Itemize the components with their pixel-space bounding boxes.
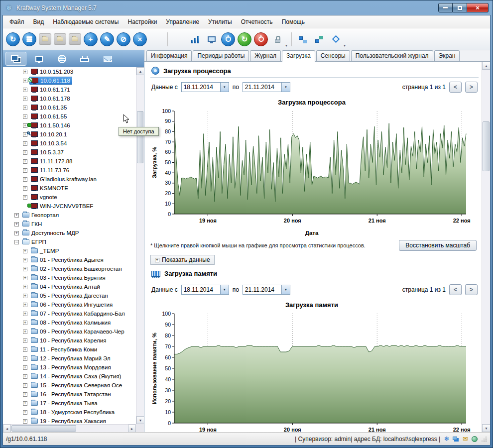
expand-icon[interactable]: +	[23, 258, 27, 262]
chevron-down-icon[interactable]: ▼	[281, 285, 290, 294]
main-scroll-thumb[interactable]	[483, 121, 490, 171]
tree-vertical-scrollbar[interactable]: ▲ ▼	[136, 67, 144, 424]
tree-item[interactable]: +11 - Республика Коми	[3, 345, 136, 354]
expand-icon[interactable]: +	[23, 321, 27, 325]
tree-item-core[interactable]: Доступность МДР	[21, 229, 80, 236]
expand-icon[interactable]: +	[23, 401, 27, 406]
tree-item-core[interactable]: G'ladiolus.kraftway.lan	[29, 176, 98, 183]
tree-item-core[interactable]: 01 - Республика Адыгея	[29, 256, 105, 263]
menu-item[interactable]: Наблюдаемые системы	[48, 16, 123, 27]
tree-item[interactable]: +ГКН	[3, 220, 136, 228]
tree-item-core[interactable]: 10.0.61.171	[29, 86, 72, 93]
tree-item[interactable]: +05 - Республика Дагестан	[3, 291, 136, 300]
tree-item[interactable]: +10.0.61.118	[3, 76, 136, 85]
menu-item[interactable]: Настройки	[123, 16, 162, 27]
monitor-tasks-button[interactable]	[205, 32, 219, 46]
menu-item[interactable]: Файл	[5, 16, 29, 27]
tree-item-core[interactable]: 17 - Республика Тыва	[29, 400, 99, 407]
expand-icon[interactable]: +	[23, 419, 27, 424]
expand-icon[interactable]: +	[14, 222, 19, 226]
tab-7[interactable]: Экран	[434, 50, 460, 61]
tree-hscroll-thumb[interactable]	[11, 425, 76, 432]
tree-item[interactable]: +08 - Республика Калмыкия	[3, 318, 136, 327]
expand-icon[interactable]: +	[23, 186, 27, 191]
menu-item[interactable]: Помощь	[277, 16, 309, 27]
tab-5[interactable]: Сенсоры	[316, 50, 350, 61]
expand-icon[interactable]: +	[23, 106, 27, 110]
next-page-button[interactable]: >	[465, 82, 478, 93]
power-on-button[interactable]	[221, 32, 235, 46]
devices-tab[interactable]	[74, 52, 95, 66]
expand-icon[interactable]: +	[23, 312, 27, 316]
expand-icon[interactable]: +	[23, 338, 27, 343]
tree-item-core[interactable]: 10 - Республика Карелия	[29, 337, 108, 344]
expand-icon[interactable]: +	[23, 374, 27, 379]
tree-item[interactable]: +10.10.3.54	[3, 139, 136, 148]
tree-item[interactable]: +10.0.151.203	[3, 67, 136, 76]
tree-item[interactable]: +10.5.3.37	[3, 148, 136, 157]
tree-item-core[interactable]: 10.1.50.146	[29, 122, 72, 129]
scroll-down-icon[interactable]: ▼	[482, 424, 490, 432]
tree-item-core[interactable]: 11 - Республика Коми	[29, 346, 99, 353]
resize-grip[interactable]	[481, 436, 487, 442]
tab-6[interactable]: Пользовательский журнал	[351, 50, 433, 61]
tree-item-core[interactable]: 16 - Республика Татарстан	[29, 391, 113, 398]
tree-item[interactable]: +02 - Республика Башкортостан	[3, 264, 136, 273]
next-page-button[interactable]: >	[465, 284, 478, 295]
tree-item-core[interactable]: 09 - Республика Карачаево-Чер	[29, 328, 126, 335]
tree-item[interactable]: +19 - Республика Хакасия	[3, 417, 136, 424]
tree-item[interactable]: +13 - Республика Мордовия	[3, 363, 136, 372]
expand-icon[interactable]: +	[23, 285, 27, 289]
tree-item[interactable]: +vgnote	[3, 193, 136, 202]
expand-icon[interactable]: +	[23, 88, 27, 92]
remote-transfer-button[interactable]	[312, 32, 326, 46]
tree-item-core[interactable]: _TEMP	[29, 247, 60, 254]
titlebar[interactable]: ❄ Kraftway System Manager 5.7 ×	[2, 0, 491, 15]
menu-item[interactable]: Утилиты	[204, 16, 237, 27]
power-off-button[interactable]	[254, 32, 268, 46]
tree-item[interactable]: +14 - Республика Саха (Якутия)	[3, 372, 136, 381]
menu-item[interactable]: Отчетность	[237, 16, 277, 27]
tree-item-core[interactable]: 18 - Удмуртская Республика	[29, 409, 116, 416]
tree-item-core[interactable]: 10.0.61.118	[29, 77, 72, 85]
expand-icon[interactable]: +	[23, 177, 27, 182]
tree-item-core[interactable]: 02 - Республика Башкортостан	[29, 265, 123, 272]
expand-icon[interactable]: +	[23, 267, 27, 271]
tree-item-core[interactable]: ГКН	[21, 221, 43, 227]
expand-icon[interactable]: +	[23, 195, 27, 200]
tree-item-core[interactable]: ЕГРП	[21, 238, 48, 245]
expand-icon[interactable]: +	[23, 276, 27, 280]
tree-item-core[interactable]: 14 - Республика Саха (Якутия)	[29, 373, 123, 380]
show-data-expander[interactable]: + Показать данные	[150, 255, 215, 265]
refresh-db-button[interactable]: ↻	[6, 32, 20, 46]
prev-page-button[interactable]: <	[449, 82, 462, 93]
expand-icon[interactable]: +	[23, 114, 27, 119]
close-button[interactable]: ×	[467, 3, 489, 12]
expand-icon[interactable]: +	[23, 97, 27, 101]
memory-load-chart[interactable]: 010203040506070809010019 ноя20 ноя21 ноя…	[150, 310, 473, 432]
scroll-right-icon[interactable]: ►	[128, 425, 136, 432]
network-map-button[interactable]	[296, 32, 310, 46]
tab-4[interactable]: Загрузка	[282, 50, 315, 62]
kvm-button[interactable]	[329, 32, 343, 46]
tab-1[interactable]: Информация	[146, 50, 192, 61]
export-report-button[interactable]	[172, 32, 186, 46]
maximize-button[interactable]	[453, 3, 467, 12]
tree-item-core[interactable]: 04 - Республика Алтай	[29, 283, 102, 290]
tree-item[interactable]: +_TEMP	[3, 246, 136, 255]
tree-item-core[interactable]: 12 - Республика Марий Эл	[29, 355, 112, 362]
tree-item-core[interactable]: 03 - Республика Бурятия	[29, 274, 107, 281]
menu-item[interactable]: Управление	[161, 16, 204, 27]
tree-item[interactable]: +09 - Республика Карачаево-Чер	[3, 327, 136, 336]
tree-item-core[interactable]: WIN-JVCNVV9TBEF	[29, 203, 95, 210]
tree-item[interactable]: +G'ladiolus.kraftway.lan	[3, 175, 136, 184]
network-tab[interactable]	[51, 52, 72, 66]
expand-icon[interactable]: +	[23, 123, 27, 128]
tree-item-core[interactable]: Геопортал	[21, 212, 60, 219]
edit-system-button[interactable]: ✎	[100, 32, 114, 46]
tree-horizontal-scrollbar[interactable]: ◄ ►	[3, 424, 136, 432]
chevron-down-icon[interactable]: ▼	[220, 83, 229, 92]
main-vertical-scrollbar[interactable]: ▲ ▼	[482, 62, 490, 432]
expand-icon[interactable]: +	[14, 213, 19, 218]
expand-icon[interactable]: +	[23, 294, 27, 298]
